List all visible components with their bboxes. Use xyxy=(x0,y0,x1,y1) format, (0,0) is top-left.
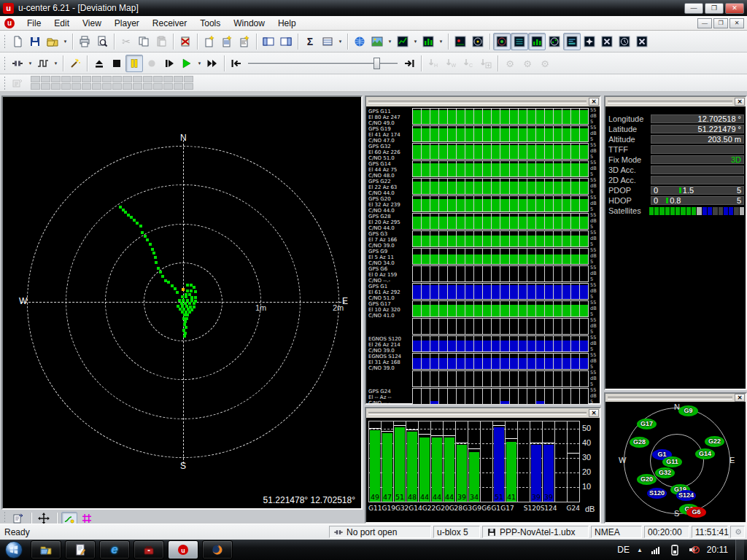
eject-button[interactable] xyxy=(90,55,108,72)
message-toggle-cell[interactable] xyxy=(153,83,163,90)
tray-expand-icon[interactable]: ▲ xyxy=(637,547,643,553)
position-panel-close-button[interactable]: ✕ xyxy=(735,98,745,106)
message-toggle-cell[interactable] xyxy=(31,76,40,82)
language-indicator[interactable]: DE xyxy=(617,545,630,555)
satellite-panel-close-button[interactable]: ✕ xyxy=(589,98,599,106)
message-toggle-cell[interactable] xyxy=(123,76,132,82)
message-toggle-cell[interactable] xyxy=(174,83,183,90)
message-toggle-cell[interactable] xyxy=(143,83,152,90)
message-toggle-cell[interactable] xyxy=(143,76,152,82)
sky-panel-close-button[interactable]: ✕ xyxy=(735,394,745,402)
statistic-view-toggle[interactable] xyxy=(616,33,633,50)
play-button[interactable] xyxy=(178,55,196,72)
packet-console-toggle[interactable] xyxy=(581,33,598,50)
histogram-button-dropdown[interactable]: ▼ xyxy=(437,33,445,50)
taskbar-app-toolbox[interactable] xyxy=(133,540,164,559)
skip-to-start-button[interactable] xyxy=(228,55,245,72)
taskbar-app-u-center[interactable]: u xyxy=(168,540,198,559)
message-toggle-cell[interactable] xyxy=(82,76,91,82)
sky-view-toggle[interactable] xyxy=(546,33,563,50)
message-toggle-cell[interactable] xyxy=(92,83,101,90)
taskbar-app-internet-explorer[interactable]: e xyxy=(99,540,130,559)
message-toggle-cell[interactable] xyxy=(102,76,112,82)
mdi-system-icon[interactable]: u xyxy=(4,18,15,28)
new-file-button[interactable] xyxy=(9,33,26,50)
message-toggle-cell[interactable] xyxy=(184,76,193,82)
taskbar-app-notepad[interactable] xyxy=(65,540,96,559)
show-desktop-button[interactable] xyxy=(735,540,744,560)
histogram-view-toggle[interactable] xyxy=(528,33,546,50)
menu-file[interactable]: File xyxy=(20,17,47,30)
message-toggle-cell[interactable] xyxy=(31,83,40,90)
binary-console-toggle[interactable] xyxy=(598,33,616,50)
print-preview-button[interactable] xyxy=(93,33,111,50)
menu-tools[interactable]: Tools xyxy=(193,17,227,30)
message-toggle-cell[interactable] xyxy=(51,83,61,90)
message-toggle-cell[interactable] xyxy=(163,76,173,82)
table-view-button-dropdown[interactable]: ▼ xyxy=(336,33,344,50)
message-toggle-cell[interactable] xyxy=(112,76,122,82)
stop-button[interactable] xyxy=(108,55,125,72)
message-toggle-cell[interactable] xyxy=(133,83,142,90)
mdi-restore-button[interactable]: ❐ xyxy=(713,18,728,28)
com-port-button-dropdown[interactable]: ▼ xyxy=(26,55,34,72)
pause-button[interactable] xyxy=(125,55,143,72)
message-toggle-cell[interactable] xyxy=(123,83,132,90)
play-button-dropdown[interactable]: ▼ xyxy=(196,55,204,72)
skip-to-end-button[interactable] xyxy=(400,55,418,72)
playback-position-slider[interactable] xyxy=(248,55,398,72)
battery-icon[interactable] xyxy=(669,544,681,556)
menu-receiver[interactable]: Receiver xyxy=(146,17,193,30)
restore-button[interactable]: ❐ xyxy=(705,3,724,14)
message-toggle-cell[interactable] xyxy=(163,83,173,90)
message-toggle-cell[interactable] xyxy=(71,76,81,82)
clear-log-button[interactable] xyxy=(177,33,194,50)
new-calendar-button[interactable] xyxy=(218,33,236,50)
menu-help[interactable]: Help xyxy=(271,17,303,30)
save-button[interactable] xyxy=(26,33,44,50)
splitter-groove[interactable] xyxy=(368,412,587,415)
autobaud-button[interactable] xyxy=(66,55,84,72)
volume-muted-icon[interactable] xyxy=(688,544,700,556)
start-button[interactable] xyxy=(1,540,26,559)
map-button[interactable] xyxy=(368,33,386,50)
close-views-toggle[interactable] xyxy=(633,33,651,50)
splitter-groove[interactable] xyxy=(608,397,732,400)
menu-edit[interactable]: Edit xyxy=(47,17,76,30)
fast-forward-button[interactable] xyxy=(204,55,221,72)
message-toggle-cell[interactable] xyxy=(82,83,91,90)
step-button[interactable] xyxy=(160,55,178,72)
table-view-button[interactable] xyxy=(319,33,336,50)
message-toggle-cell[interactable] xyxy=(153,76,163,82)
deviation-map-toggle[interactable] xyxy=(493,33,511,50)
new-log-button[interactable] xyxy=(201,33,218,50)
menu-player[interactable]: Player xyxy=(108,17,146,30)
statistics-button[interactable]: Σ xyxy=(301,33,319,50)
baudrate-button-dropdown[interactable]: ▼ xyxy=(52,55,60,72)
compass-view-button[interactable] xyxy=(469,33,487,50)
message-toggle-cell[interactable] xyxy=(71,83,81,90)
open-button-dropdown[interactable]: ▼ xyxy=(61,33,69,50)
google-earth-button[interactable] xyxy=(351,33,368,50)
close-button[interactable]: ✕ xyxy=(725,3,744,14)
data-view-toggle[interactable] xyxy=(511,33,528,50)
message-toggle-cell[interactable] xyxy=(92,76,101,82)
slider-thumb[interactable] xyxy=(374,58,380,69)
network-signal-icon[interactable] xyxy=(650,544,662,556)
message-toggle-cell[interactable] xyxy=(174,76,183,82)
taskbar-app-firefox[interactable] xyxy=(202,540,233,559)
message-toggle-cell[interactable] xyxy=(133,76,142,82)
message-toggle-cell[interactable] xyxy=(112,83,122,90)
messages-view-toggle[interactable] xyxy=(563,33,581,50)
splitter-groove[interactable] xyxy=(368,101,587,104)
com-port-button[interactable] xyxy=(9,55,26,72)
mdi-close-button[interactable]: ✕ xyxy=(729,18,744,28)
baudrate-button[interactable] xyxy=(34,55,52,72)
message-toggle-cell[interactable] xyxy=(184,83,193,90)
open-button[interactable] xyxy=(44,33,61,50)
new-list-button[interactable] xyxy=(236,33,253,50)
mdi-minimize-button[interactable]: — xyxy=(697,18,712,28)
message-toggle-cell[interactable] xyxy=(102,83,112,90)
message-toggle-cell[interactable] xyxy=(41,83,50,90)
menu-window[interactable]: Window xyxy=(227,17,271,30)
